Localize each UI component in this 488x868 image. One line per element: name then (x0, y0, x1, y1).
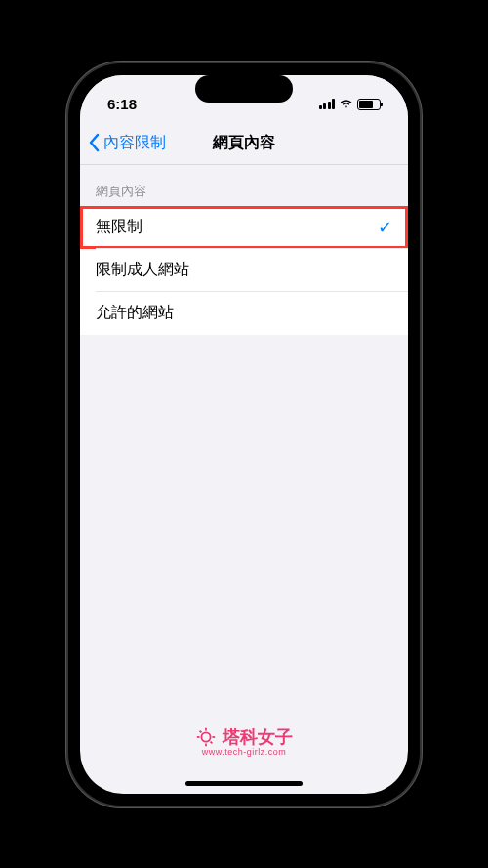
svg-line-5 (200, 730, 202, 732)
checkmark-icon: ✓ (378, 217, 392, 238)
dynamic-island (195, 75, 293, 103)
options-list: 無限制 ✓ 限制成人網站 允許的網站 (80, 206, 408, 335)
watermark-url: www.tech-girlz.com (195, 747, 293, 757)
watermark-brand: 塔科女子 (223, 725, 293, 749)
back-button[interactable]: 內容限制 (80, 133, 166, 153)
option-label: 無限制 (96, 217, 142, 237)
option-allowed-sites[interactable]: 允許的網站 (80, 292, 408, 335)
option-label: 限制成人網站 (96, 260, 189, 280)
section-header: 網頁內容 (80, 183, 408, 206)
lightbulb-icon (195, 726, 217, 748)
screen: 6:18 內容限制 網頁內容 (80, 75, 408, 794)
option-unrestricted[interactable]: 無限制 ✓ (80, 206, 408, 249)
content-area: 網頁內容 無限制 ✓ 限制成人網站 允許的網站 (80, 165, 408, 335)
wifi-icon (339, 99, 353, 109)
home-indicator[interactable] (185, 781, 303, 786)
page-title: 網頁內容 (213, 133, 275, 153)
svg-point-0 (201, 732, 210, 741)
option-label: 允許的網站 (96, 303, 174, 323)
option-limit-adult[interactable]: 限制成人網站 (80, 249, 408, 292)
phone-frame: 6:18 內容限制 網頁內容 (68, 63, 420, 806)
status-indicators (319, 99, 382, 110)
back-label: 內容限制 (103, 133, 166, 153)
chevron-left-icon (88, 133, 100, 152)
status-time: 6:18 (107, 96, 137, 112)
battery-icon (357, 99, 381, 110)
svg-line-6 (211, 741, 213, 743)
cellular-signal-icon (319, 99, 336, 109)
watermark: 塔科女子 www.tech-girlz.com (195, 725, 293, 757)
navigation-bar: 內容限制 網頁內容 (80, 122, 408, 165)
